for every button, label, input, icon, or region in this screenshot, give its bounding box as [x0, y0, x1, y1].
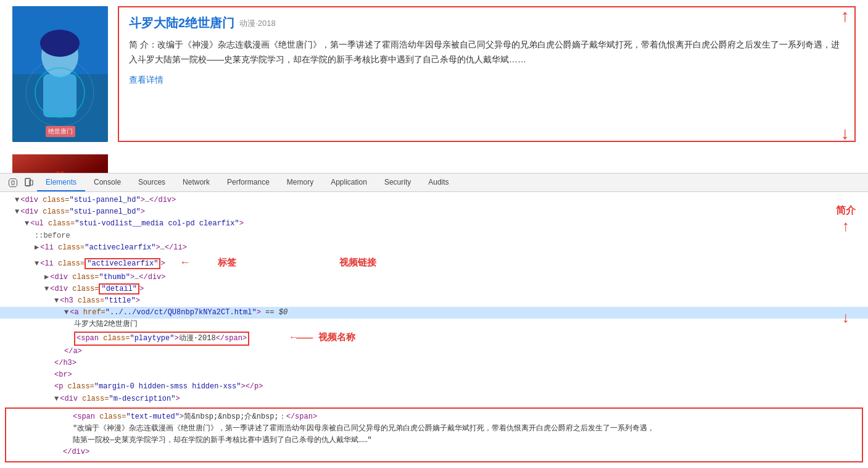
dom-description-box: <span class="text-muted">简&nbsp;&nbsp;介&… [5, 407, 863, 462]
devtools-tabs: Elements Console Sources Network Perform… [37, 173, 458, 191]
dom-line-1: ▼<div class="stui-pannel_hd">…</div> [0, 194, 868, 206]
up-arrow: ↑ [841, 6, 849, 26]
svg-point-4 [40, 30, 80, 57]
browser-content: 221:75×24 [0, 0, 868, 173]
tab-security[interactable]: Security [376, 173, 420, 191]
device-toggle-button[interactable] [21, 175, 37, 191]
dom-line-8: ▼<div c​lass="detail"> [0, 283, 868, 295]
tab-console[interactable]: Console [85, 173, 130, 191]
device-icon [24, 178, 34, 188]
dom-line-6: ▼<li class="activeclearfix"> ← 标签 视频链接 [0, 254, 868, 272]
dom-line-desc-text2: 陆第一院校—史莱克学院学习，却在学院的新手考核比赛中遇到了自己杀母的仇人戴华斌…… [9, 435, 859, 446]
dom-line-11: 斗罗大陆2绝世唐门 [0, 319, 868, 330]
anime-detail-link[interactable]: 查看详情 [129, 75, 163, 85]
dom-line-15: <br> [0, 369, 868, 381]
dom-line-16: <p class="margin-0 hidden-smss hidden-xs… [0, 381, 868, 393]
svg-rect-3 [43, 74, 76, 117]
devtools-body: ▼<div class="stui-pannel_hd">…</div> ▼<d… [0, 192, 868, 468]
anime-title-2: 斗罗大陆2 绝世唐门 荣耀篇 动态漫画 动漫·2018 [118, 172, 361, 173]
devtools-content: ▼<div class="stui-pannel_hd">…</div> ▼<d… [0, 192, 868, 468]
svg-text:Ⅱ: Ⅱ [54, 168, 65, 173]
devtools-toolbar: Elements Console Sources Network Perform… [0, 173, 868, 192]
tab-network[interactable]: Network [174, 173, 218, 191]
dom-line-9: ▼<h3 class="title"> [0, 295, 868, 307]
tab-audits[interactable]: Audits [420, 173, 457, 191]
dom-line-13: </a> [0, 346, 868, 357]
dom-line-12: <span class="playtype">动漫·2018</span> ←—… [0, 331, 868, 346]
inspect-icon [8, 178, 18, 188]
dom-tree: ▼<div class="stui-pannel_hd">…</div> ▼<d… [0, 192, 868, 467]
dom-line-3: ▼<ul class="stui-vodlist__media col-pd c… [0, 218, 868, 230]
anime-info-box: 斗罗大陆2绝世唐门 动漫·2018 简 介：改编于《神漫》杂志连载漫画《绝世唐门… [118, 6, 856, 142]
dom-line-10: ▼<a href="../../vod/ct/QU8nbp7kNYa2CT.ht… [0, 307, 868, 319]
thumb2-svg: Ⅱ [12, 154, 108, 173]
tab-elements[interactable]: Elements [37, 173, 85, 191]
dom-line-2: ▼<div class="stui-pannel_bd"> [0, 206, 868, 218]
dom-line-17: ▼<div class="m-description"> [0, 393, 868, 405]
anime-thumbnail: 绝世唐门 [12, 6, 108, 142]
thumb-svg [12, 6, 108, 142]
tab-application[interactable]: Application [322, 173, 376, 191]
dom-line-7: ▶<div class="thumb">…</div> [0, 272, 868, 283]
dom-line-4: ::before [0, 230, 868, 242]
dom-line-div-end: </div> [9, 446, 859, 458]
tab-memory[interactable]: Memory [278, 173, 322, 191]
down-arrow: ↓ [841, 123, 849, 143]
inspect-button[interactable] [5, 175, 21, 191]
anime-card-1: 221:75×24 [12, 6, 856, 142]
dom-line-span: <span class="text-muted">简&nbsp;&nbsp;介&… [9, 411, 859, 423]
tab-sources[interactable]: Sources [130, 173, 174, 191]
svg-rect-11 [27, 185, 29, 186]
anime-card-2: Ⅱ 斗罗大陆2 绝世唐门 荣耀篇 动态漫画 动漫·2018 [12, 154, 856, 173]
tab-performance[interactable]: Performance [218, 173, 278, 191]
dom-line-14: </h3> [0, 357, 868, 369]
dom-line-5: ▶<li class="activeclearfix">…</li> [0, 242, 868, 254]
anime-description: 简 介：改编于《神漫》杂志连载漫画《绝世唐门》，第一季讲述了霍雨浩幼年因母亲被自… [129, 38, 845, 67]
anime-thumbnail-2: Ⅱ [12, 154, 108, 173]
thumb-label: 绝世唐门 [46, 126, 75, 137]
anime-title-1: 斗罗大陆2绝世唐门 动漫·2018 [129, 15, 845, 31]
dom-line-desc-text: "改编于《神漫》杂志连载漫画《绝世唐门》，第一季讲述了霍雨浩幼年因母亲被自己同父… [9, 423, 859, 435]
devtools-panel: Elements Console Sources Network Perform… [0, 173, 868, 468]
